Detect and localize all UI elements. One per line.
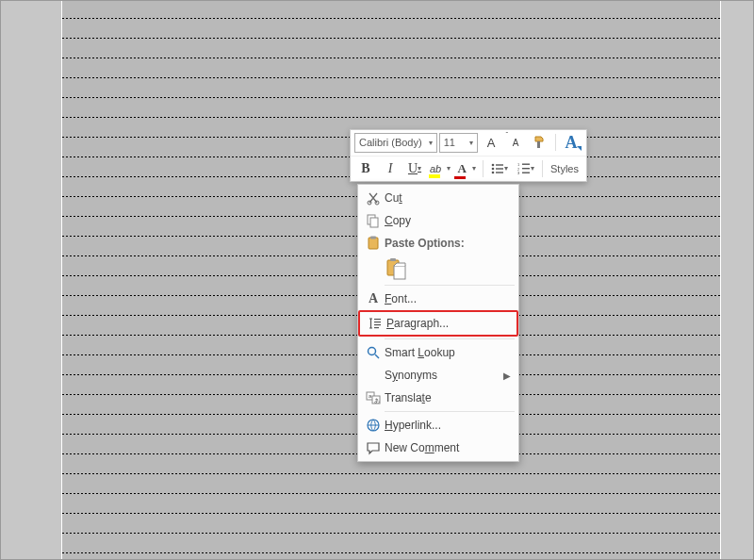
styles-label[interactable]: Styles [547,163,582,174]
bold-label: B [361,161,369,176]
chevron-down-icon: ▾ [469,139,473,147]
italic-label: I [388,161,393,176]
clipboard-icon [362,236,385,251]
copy-icon [362,213,385,228]
menu-label: Smart Lookup [385,346,511,359]
chevron-down-icon: ▾ [447,164,451,173]
numbering-icon: 1 2 3 [517,162,531,175]
svg-rect-20 [390,258,396,261]
svg-point-3 [492,167,495,170]
svg-rect-12 [522,172,530,173]
paste-keep-source-icon [386,257,407,280]
font-color-button[interactable]: A ▾ [454,158,479,179]
bullet-list-button[interactable]: ▾ [487,158,512,179]
format-painter-button[interactable] [529,132,551,153]
font-icon: A [362,291,385,306]
shrink-font-label: A [513,138,519,148]
svg-rect-24 [374,324,381,325]
font-color-label: A [457,161,466,176]
svg-rect-22 [374,319,381,320]
svg-rect-17 [369,238,378,249]
menu-label: Font... [385,292,511,305]
svg-text:3: 3 [517,171,520,175]
submenu-arrow-icon: ▶ [503,371,511,381]
svg-rect-25 [374,327,379,328]
chevron-down-icon: ▾ [504,164,508,173]
separator [385,285,515,286]
menu-item-hyperlink[interactable]: Hyperlink... [358,414,518,436]
svg-rect-0 [537,141,540,148]
grow-font-button[interactable]: Aˆ [480,132,502,153]
svg-rect-8 [522,163,530,164]
chevron-down-icon: ▾ [429,139,433,147]
up-caret-icon: ˆ [505,130,508,139]
mini-toolbar-row-2: B I U ▾ ab ▾ A ▾ [351,156,586,182]
separator [483,160,484,177]
font-color-swatch [454,176,466,179]
bullets-icon [491,162,504,175]
menu-item-paragraph[interactable]: Paragraph... [358,310,518,337]
svg-rect-2 [496,164,503,165]
context-menu: Cut Copy Paste Options: [357,184,519,462]
menu-item-font[interactable]: A Font... [358,288,518,310]
svg-rect-23 [374,321,381,322]
separator [385,338,515,339]
svg-rect-6 [496,172,503,173]
svg-point-26 [369,348,376,355]
paintbrush-icon [533,135,548,150]
underline-label: U [408,161,418,176]
separator [555,134,556,151]
menu-item-paste-options: Paste Options: [358,232,518,255]
bold-button[interactable]: B [354,158,377,179]
menu-label: Hyperlink... [385,419,511,432]
svg-text:あ: あ [374,398,380,404]
translate-icon: aあ [362,390,385,405]
mini-toolbar: Calibri (Body) ▾ 11 ▾ Aˆ A A [350,129,587,182]
menu-label: New Comment [385,441,511,454]
comment-icon [362,440,385,455]
svg-rect-10 [522,168,530,169]
menu-item-cut[interactable]: Cut [358,187,518,209]
underline-button[interactable]: U ▾ [403,158,426,179]
chevron-down-icon: ▾ [472,164,476,173]
font-name-combo[interactable]: Calibri (Body) ▾ [354,133,437,153]
menu-item-translate[interactable]: aあ Translate [358,387,518,409]
svg-point-5 [492,171,495,173]
highlight-swatch [429,174,440,178]
mini-toolbar-row-1: Calibri (Body) ▾ 11 ▾ Aˆ A A [351,130,586,156]
editor-viewport: Calibri (Body) ▾ 11 ▾ Aˆ A A [0,0,754,560]
italic-button[interactable]: I [379,158,402,179]
highlight-label: ab [430,163,441,174]
styles-button[interactable]: A [560,132,582,153]
chevron-down-icon: ▾ [531,164,534,173]
styles-icon: A [565,133,577,153]
menu-item-copy[interactable]: Copy [358,209,518,232]
paste-option-keep-source[interactable] [358,255,518,283]
svg-point-1 [492,163,495,166]
svg-rect-16 [370,218,378,227]
separator [385,411,515,412]
menu-item-new-comment[interactable]: New Comment [358,436,518,459]
hyperlink-icon [362,418,385,433]
chevron-down-icon: ▾ [418,164,421,173]
svg-rect-18 [370,237,376,239]
font-name-value: Calibri (Body) [359,137,422,148]
font-size-combo[interactable]: 11 ▾ [439,133,478,153]
menu-item-smart-lookup[interactable]: Smart Lookup [358,341,518,364]
separator [542,160,543,177]
menu-label: Copy [385,214,511,227]
highlight-button[interactable]: ab ▾ [428,158,452,179]
svg-rect-21 [394,266,405,279]
menu-label: Paragraph... [386,317,509,330]
menu-label: Synonyms [385,369,503,382]
menu-label: Translate [385,391,511,404]
paragraph-icon [364,316,386,331]
svg-rect-4 [496,168,503,169]
grow-font-label: A [487,136,496,150]
menu-label: Paste Options: [385,237,511,250]
smart-lookup-icon [362,345,385,360]
font-size-value: 11 [444,137,455,148]
scissors-icon [362,190,385,206]
number-list-button[interactable]: 1 2 3 ▾ [514,158,538,179]
menu-item-synonyms[interactable]: Synonyms ▶ [358,364,518,387]
